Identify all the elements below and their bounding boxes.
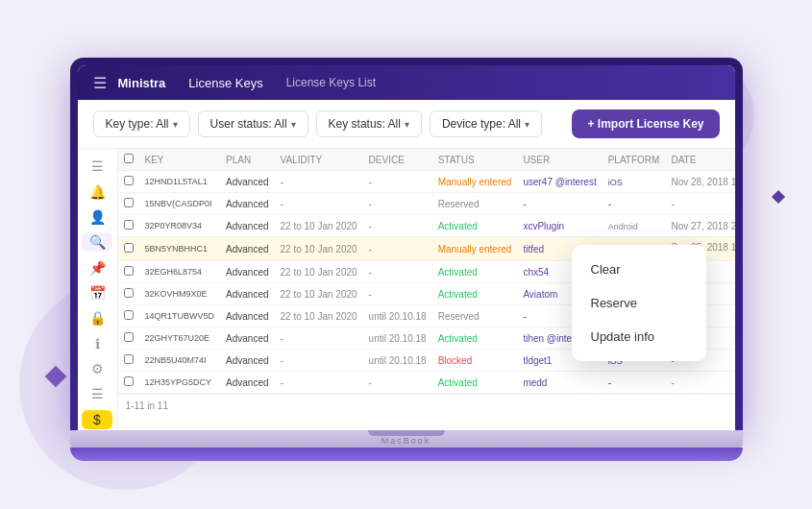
col-key: KEY xyxy=(139,149,221,171)
key-status-label: Key status: All xyxy=(329,117,401,131)
col-plan: PLAN xyxy=(220,149,274,171)
cell-checkbox xyxy=(118,305,139,327)
cell-validity: - xyxy=(275,171,363,193)
cell-validity: - xyxy=(275,372,363,394)
cell-checkbox xyxy=(118,171,139,193)
table-row: 32P0YR08V34 Advanced 22 to 10 Jan 2020 -… xyxy=(118,215,735,237)
screen-inner: ☰ Ministra License Keys License Keys Lis… xyxy=(78,65,735,430)
hamburger-icon[interactable]: ☰ xyxy=(93,74,107,92)
import-license-key-button[interactable]: + Import License Key xyxy=(572,109,719,138)
top-nav: ☰ Ministra License Keys License Keys Lis… xyxy=(78,65,735,100)
cell-status: Reserved xyxy=(432,193,518,215)
user-status-label: User status: All xyxy=(210,117,287,131)
row-checkbox-6[interactable] xyxy=(124,310,134,320)
cell-device: - xyxy=(363,237,432,261)
col-platform: PLATFORM xyxy=(603,149,666,171)
cell-device: until 20.10.18 xyxy=(363,327,432,350)
pagination-text: 1-11 in 11 xyxy=(126,400,168,411)
cell-validity: - xyxy=(275,327,363,350)
row-checkbox-9[interactable] xyxy=(124,376,134,386)
sidebar-icon-lock[interactable]: 🔒 xyxy=(82,308,112,327)
row-checkbox-2[interactable] xyxy=(124,220,134,230)
row-checkbox-1[interactable] xyxy=(124,198,134,207)
cell-device: - xyxy=(363,261,432,283)
main-content: ☰ 🔔 👤 🔍 📌 📅 🔒 ℹ ⚙ ☰ $ xyxy=(78,149,735,430)
context-menu-reserve[interactable]: Reserve xyxy=(572,286,706,320)
cell-platform: - xyxy=(603,193,666,215)
cell-device: - xyxy=(363,193,432,215)
context-menu-clear[interactable]: Clear xyxy=(572,253,706,286)
row-checkbox-5[interactable] xyxy=(124,288,134,298)
cell-key: 12H35YPG5DCY xyxy=(139,372,221,394)
col-user: USER xyxy=(517,149,602,171)
sidebar-icon-info[interactable]: ℹ xyxy=(82,334,112,353)
user-status-filter[interactable]: User status: All ▾ xyxy=(198,110,308,137)
row-checkbox-7[interactable] xyxy=(124,332,134,342)
cell-plan: Advanced xyxy=(220,305,274,327)
sidebar-icon-calendar[interactable]: 📅 xyxy=(82,283,112,303)
cell-status: Reserved xyxy=(432,305,518,327)
cell-validity: 22 to 10 Jan 2020 xyxy=(275,215,363,237)
cell-checkbox xyxy=(118,193,139,215)
cell-checkbox xyxy=(118,261,139,283)
cell-key: 32P0YR08V34 xyxy=(139,215,221,237)
cell-user: xcvPlugin xyxy=(517,215,602,237)
cell-device: - xyxy=(363,171,432,193)
row-checkbox-8[interactable] xyxy=(124,354,134,364)
row-checkbox-4[interactable] xyxy=(124,266,134,276)
filter-bar: Key type: All ▾ User status: All ▾ Key s… xyxy=(78,100,735,149)
cell-plan: Advanced xyxy=(220,237,274,261)
cell-key: 5BN5YNBHHC1 xyxy=(139,237,221,261)
nav-brand: Ministra xyxy=(118,76,166,90)
row-checkbox-3[interactable] xyxy=(124,243,134,253)
screen-bezel: ☰ Ministra License Keys License Keys Lis… xyxy=(70,58,743,430)
col-status: STATUS xyxy=(432,149,518,171)
key-status-filter[interactable]: Key status: All ▾ xyxy=(316,110,422,137)
cell-status: Activated xyxy=(432,283,518,305)
sidebar-icon-search[interactable]: 🔍 xyxy=(82,232,112,252)
sidebar-icon-menu[interactable]: ☰ xyxy=(82,157,112,176)
device-type-chevron: ▾ xyxy=(525,119,529,130)
cell-date: - xyxy=(665,372,734,394)
laptop-base: MacBook xyxy=(70,430,743,448)
cell-status: Manually entered xyxy=(432,237,518,261)
device-type-filter[interactable]: Device type: All ▾ xyxy=(430,110,542,137)
table-header-row: KEY PLAN VALIDITY DEVICE STATUS USER PLA… xyxy=(118,149,735,171)
cell-user: - xyxy=(517,193,602,215)
cell-user: user47 @interest xyxy=(517,171,602,193)
cell-validity: - xyxy=(275,350,363,372)
cell-device: - xyxy=(363,215,432,237)
cell-validity: 22 to 10 Jan 2020 xyxy=(275,283,363,305)
user-status-chevron: ▾ xyxy=(291,119,296,130)
cell-status: Manually entered xyxy=(432,171,518,193)
select-all-checkbox[interactable] xyxy=(124,154,134,163)
context-menu-update-info[interactable]: Update info xyxy=(572,320,706,353)
cell-plan: Advanced xyxy=(220,350,274,372)
cell-device: until 20.10.18 xyxy=(363,350,432,372)
laptop-frame: ☰ Ministra License Keys License Keys Lis… xyxy=(70,58,743,461)
row-checkbox-0[interactable] xyxy=(124,176,134,185)
cell-platform: iOS xyxy=(603,171,666,193)
cell-plan: Advanced xyxy=(220,261,274,283)
cell-checkbox xyxy=(118,215,139,237)
sidebar-icon-list[interactable]: ☰ xyxy=(82,384,112,403)
cell-key: 32KOVHM9X0E xyxy=(139,283,221,305)
cell-plan: Advanced xyxy=(220,327,274,350)
table-row: 12HND1L5TAL1 Advanced - - Manually enter… xyxy=(118,171,735,193)
sidebar: ☰ 🔔 👤 🔍 📌 📅 🔒 ℹ ⚙ ☰ $ xyxy=(78,149,118,430)
sidebar-icon-pin[interactable]: 📌 xyxy=(82,257,112,277)
sidebar-icon-billing[interactable]: $ xyxy=(82,410,112,429)
cell-checkbox xyxy=(118,372,139,394)
sidebar-icon-users[interactable]: 👤 xyxy=(82,207,112,227)
sidebar-icon-settings[interactable]: ⚙ xyxy=(82,359,112,378)
key-type-filter[interactable]: Key type: All ▾ xyxy=(93,110,190,137)
laptop-brand-label: MacBook xyxy=(381,436,431,446)
laptop-notch xyxy=(368,430,445,436)
cell-plan: Advanced xyxy=(220,171,274,193)
sidebar-icon-notifications[interactable]: 🔔 xyxy=(82,182,112,201)
nav-link-license-keys[interactable]: License Keys xyxy=(188,76,262,90)
cell-date: Nov 27, 2018 22:48 xyxy=(665,215,734,237)
cell-plan: Advanced xyxy=(220,193,274,215)
cell-status: Blocked xyxy=(432,350,518,372)
cell-platform: Android xyxy=(603,215,666,237)
